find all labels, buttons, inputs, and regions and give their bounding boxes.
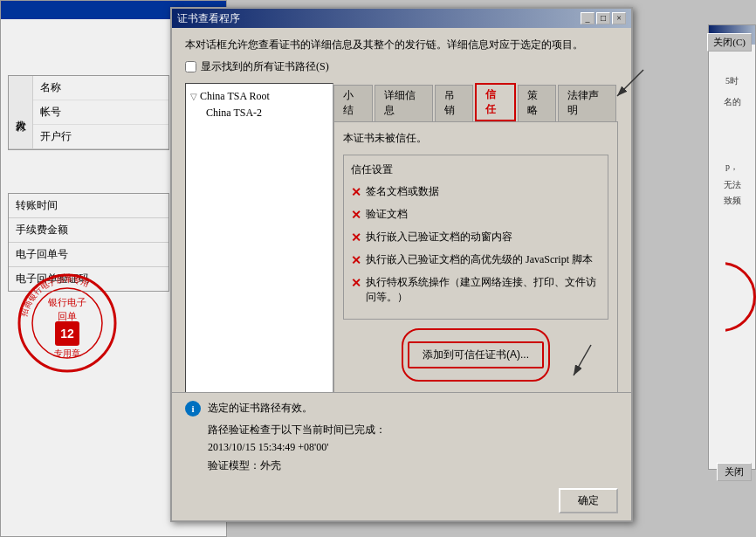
side-close-button2[interactable]: 关闭 xyxy=(717,463,752,481)
cert-child-item[interactable]: China TSA-2 xyxy=(190,105,328,121)
close-button[interactable]: × xyxy=(612,12,626,24)
x-icon-5: ✕ xyxy=(351,276,361,291)
trust-settings-box: 信任设置 ✕ 签名文档或数据 ✕ 验证文档 ✕ 执行嵌入已验证文档的动窗内容 xyxy=(343,155,608,320)
dialog-title: 证书查看程序 xyxy=(177,11,240,26)
stamp-container: 银行电子 回单 12 专用章 招商银行电子回单专用 xyxy=(13,269,122,378)
trust-status-text: 本证书未被信任。 xyxy=(343,131,608,146)
svg-line-11 xyxy=(617,70,643,96)
payer-label: 付款人 xyxy=(9,76,33,148)
trust-item-5-text: 执行特权系统操作（建立网络连接、打印、文件访问等。） xyxy=(366,275,601,305)
ok-button-area: 确定 xyxy=(559,488,618,513)
trust-item-5: ✕ 执行特权系统操作（建立网络连接、打印、文件访问等。） xyxy=(351,275,601,305)
right-bg-text2: 名的 xyxy=(709,92,755,113)
cert-tree: ▽ China TSA Root China TSA-2 xyxy=(185,83,333,406)
svg-text:银行电子: 银行电子 xyxy=(47,297,86,307)
x-icon-4: ✕ xyxy=(351,253,361,268)
trust-item-4: ✕ 执行嵌入已验证文档的高优先级的 JavaScript 脚本 xyxy=(351,252,601,268)
right-bg-window: 5时 名的 p， 无法 致频 xyxy=(708,24,756,470)
cert-pane: ▽ China TSA Root China TSA-2 小结 详细信息 吊销 … xyxy=(185,83,618,406)
receipt-no-label: 电子回单号 xyxy=(9,243,168,267)
title-buttons: _ □ × xyxy=(581,12,626,24)
ok-button[interactable]: 确定 xyxy=(559,488,618,513)
trust-item-2: ✕ 验证文档 xyxy=(351,207,601,223)
transfer-time-label: 转账时间 xyxy=(9,194,168,218)
svg-text:回单: 回单 xyxy=(58,311,77,321)
status-valid-text: 选定的证书路径有效。 xyxy=(208,400,313,417)
status-row: i 选定的证书路径有效。 xyxy=(185,400,618,417)
cert-detail-panel: 小结 详细信息 吊销 信任 策略 法律声明 本证书未被信任。 信任设置 ✕ 签名… xyxy=(333,83,618,406)
trust-item-3-text: 执行嵌入已验证文档的动窗内容 xyxy=(366,230,512,244)
trust-item-2-text: 验证文档 xyxy=(366,207,408,222)
minimize-button[interactable]: _ xyxy=(581,12,594,24)
tab-revoke[interactable]: 吊销 xyxy=(435,85,474,121)
expand-icon: ▽ xyxy=(190,92,197,101)
x-icon-2: ✕ xyxy=(351,208,361,223)
tab-trust[interactable]: 信任 xyxy=(475,83,516,121)
trust-item-3: ✕ 执行嵌入已验证文档的动窗内容 xyxy=(351,230,601,245)
oval-highlight: 添加到可信任证书(A)... xyxy=(402,328,550,382)
tab-summary[interactable]: 小结 xyxy=(333,85,373,121)
svg-text:12: 12 xyxy=(60,327,74,341)
trust-item-1-text: 签名文档或数据 xyxy=(366,184,439,199)
dialog-body: 本对话框允许您查看证书的详细信息及其整个的发行链。详细信息对应于选定的项目。 显… xyxy=(172,28,631,415)
account-label: 帐号 xyxy=(33,100,168,125)
x-icon-3: ✕ xyxy=(351,231,361,245)
right-bg-text4: 无法 xyxy=(709,177,755,193)
trust-tab-content: 本证书未被信任。 信任设置 ✕ 签名文档或数据 ✕ 验证文档 ✕ xyxy=(333,122,618,406)
cert-viewer-dialog: 证书查看程序 _ □ × 本对话框允许您查看证书的详细信息及其整个的发行链。详细… xyxy=(170,7,633,522)
show-all-paths-label: 显示找到的所有证书路径(S) xyxy=(201,59,329,74)
side-close-button1[interactable]: 关闭(C) xyxy=(707,33,752,52)
tabs-bar: 小结 详细信息 吊销 信任 策略 法律声明 xyxy=(333,83,618,122)
maximize-button[interactable]: □ xyxy=(596,12,610,24)
dialog-titlebar: 证书查看程序 _ □ × xyxy=(172,9,631,28)
trust-settings-title: 信任设置 xyxy=(351,162,601,177)
cert-child-label: China TSA-2 xyxy=(206,107,262,120)
fee-label: 手续费金额 xyxy=(9,218,168,243)
red-partial-circle xyxy=(725,258,756,336)
right-bg-text1: 5时 xyxy=(709,71,755,92)
right-bg-text5: 致频 xyxy=(709,193,755,209)
bank-label: 开户行 xyxy=(33,125,168,148)
right-bg-text3: p， xyxy=(709,156,755,177)
dialog-description: 本对话框允许您查看证书的详细信息及其整个的发行链。详细信息对应于选定的项目。 xyxy=(185,37,618,52)
tab-policy[interactable]: 策略 xyxy=(518,85,557,121)
trust-item-4-text: 执行嵌入已验证文档的高优先级的 JavaScript 脚本 xyxy=(366,252,593,267)
svg-text:专用章: 专用章 xyxy=(54,348,80,358)
add-trusted-btn-wrapper: 添加到可信任证书(A)... xyxy=(343,328,608,382)
show-all-paths-checkbox[interactable] xyxy=(185,61,196,72)
show-all-paths-row: 显示找到的所有证书路径(S) xyxy=(185,59,618,74)
cert-root-item[interactable]: ▽ China TSA Root xyxy=(190,88,328,105)
cert-root-label: China TSA Root xyxy=(200,90,270,103)
x-icon-1: ✕ xyxy=(351,185,361,200)
tab-legal[interactable]: 法律声明 xyxy=(558,85,616,121)
add-trusted-cert-button[interactable]: 添加到可信任证书(A)... xyxy=(408,341,544,368)
tab-detail[interactable]: 详细信息 xyxy=(375,85,433,121)
status-path-text: 路径验证检查于以下当前时间已完成： 2013/10/15 15:34:49 +0… xyxy=(185,421,618,474)
dialog-status-area: i 选定的证书路径有效。 路径验证检查于以下当前时间已完成： 2013/10/1… xyxy=(172,392,631,481)
name-label: 名称 xyxy=(33,76,168,100)
info-icon: i xyxy=(185,401,201,417)
trust-item-1: ✕ 签名文档或数据 xyxy=(351,184,601,200)
